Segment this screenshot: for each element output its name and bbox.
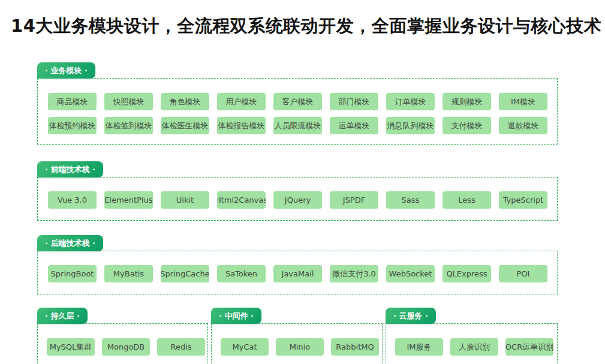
tech-chip: SpringBoot [48,265,97,282]
tech-chip: POI [499,265,547,282]
tech-chip: SpringCache [161,265,209,282]
section-label-backend-stack: · 后端技术栈 · [37,235,103,251]
tech-chip: QLExpress [443,265,491,282]
tech-chip: JSPDF [330,191,378,209]
section-box-business-modules: 商品模块 快照模块 角色模块 用户模块 客户模块 部门模块 订单模块 规则模块 … [37,78,558,145]
section-middleware: · 中间件 · MyCat Minio RabbitMQ [211,308,383,364]
section-box-frontend-stack: Vue 3.0 ElementPlus Uikit Html2Canvas JQ… [37,177,558,221]
bottom-sections-row: · 持久层 · MySQL集群 MongoDB Redis · 中间件 · My… [37,308,558,364]
module-chip: 体检预约模块 [48,117,97,134]
section-persistence-layer: · 持久层 · MySQL集群 MongoDB Redis [37,308,208,364]
section-box-persistence-layer: MySQL集群 MongoDB Redis [37,323,208,364]
tech-chip: MyBatis [104,265,153,282]
module-chip: 部门模块 [330,93,378,110]
module-chip: IM模块 [499,93,547,110]
middleware-grid: MyCat Minio RabbitMQ [221,338,382,356]
module-chip: 用户模块 [217,93,266,110]
tech-chip: WebSocket [386,265,435,282]
section-label-business-modules: · 业务模块 · [37,62,95,79]
module-chip: 人员限流模块 [273,117,322,134]
module-chip: 订单模块 [386,93,435,110]
section-backend-stack: · 后端技术栈 · SpringBoot MyBatis SpringCache… [37,235,558,294]
section-label-persistence-layer: · 持久层 · [37,308,88,324]
tech-chip: JQuery [273,191,322,209]
section-frontend-stack: · 前端技术栈 · Vue 3.0 ElementPlus Uikit Html… [37,161,558,221]
tech-chip: SaToken [217,265,266,282]
tech-chip: OCR运单识别 [505,338,553,356]
module-chip: 体检报告模块 [217,117,266,134]
section-box-cloud-services: IM服务 人脸识别 OCR运单识别 [386,323,558,364]
tech-chip: Sass [386,191,435,209]
section-label-middleware: · 中间件 · [211,308,261,324]
module-chip: 快照模块 [104,93,153,110]
module-chip: 体检签到模块 [104,117,153,134]
tech-chip: MyCat [221,338,269,356]
section-box-middleware: MyCat Minio RabbitMQ [211,323,383,364]
module-chip: 体检医生模块 [161,117,209,134]
module-chip: 角色模块 [161,93,209,110]
tech-chip: 人脸识别 [450,338,498,356]
tech-chip: MySQL集群 [47,338,95,356]
tech-chip: TypeScript [499,191,547,209]
business-modules-grid: 商品模块 快照模块 角色模块 用户模块 客户模块 部门模块 订单模块 规则模块 … [48,93,557,134]
tech-chip: Less [443,191,491,209]
tech-chip: Uikit [161,191,209,209]
tech-chip: Redis [157,338,205,356]
tech-chip: 微信支付3.0 [330,265,378,282]
tech-chip: ElementPlus [104,191,153,209]
module-chip: 规则模块 [443,93,491,110]
section-box-backend-stack: SpringBoot MyBatis SpringCache SaToken J… [37,251,558,294]
cloud-services-grid: IM服务 人脸识别 OCR运单识别 [395,338,557,356]
tech-chip: IM服务 [395,338,443,356]
module-chip: 商品模块 [48,93,97,110]
main-content: · 业务模块 · 商品模块 快照模块 角色模块 用户模块 客户模块 部门模块 订… [37,62,558,364]
section-label-cloud-services: · 云服务 · [386,308,436,324]
tech-chip: Html2Canvas [217,191,266,209]
page-title: 14大业务模块设计，全流程双系统联动开发，全面掌握业务设计与核心技术 [11,16,605,36]
section-business-modules: · 业务模块 · 商品模块 快照模块 角色模块 用户模块 客户模块 部门模块 订… [37,62,558,145]
backend-stack-grid: SpringBoot MyBatis SpringCache SaToken J… [48,265,557,282]
tech-chip: Minio [276,338,324,356]
module-chip: 支付模块 [443,117,491,134]
persistence-grid: MySQL集群 MongoDB Redis [47,338,207,356]
tech-chip: JavaMail [273,265,322,282]
section-cloud-services: · 云服务 · IM服务 人脸识别 OCR运单识别 [386,308,558,364]
module-chip: 消息队列模块 [386,117,435,134]
tech-chip: MongoDB [102,338,150,356]
module-chip: 运单模块 [330,117,378,134]
section-label-frontend-stack: · 前端技术栈 · [37,161,103,178]
tech-chip: RabbitMQ [331,338,379,356]
tech-chip: Vue 3.0 [48,191,97,209]
module-chip: 客户模块 [273,93,322,110]
module-chip: 退款模块 [499,117,547,134]
frontend-stack-grid: Vue 3.0 ElementPlus Uikit Html2Canvas JQ… [48,191,557,209]
